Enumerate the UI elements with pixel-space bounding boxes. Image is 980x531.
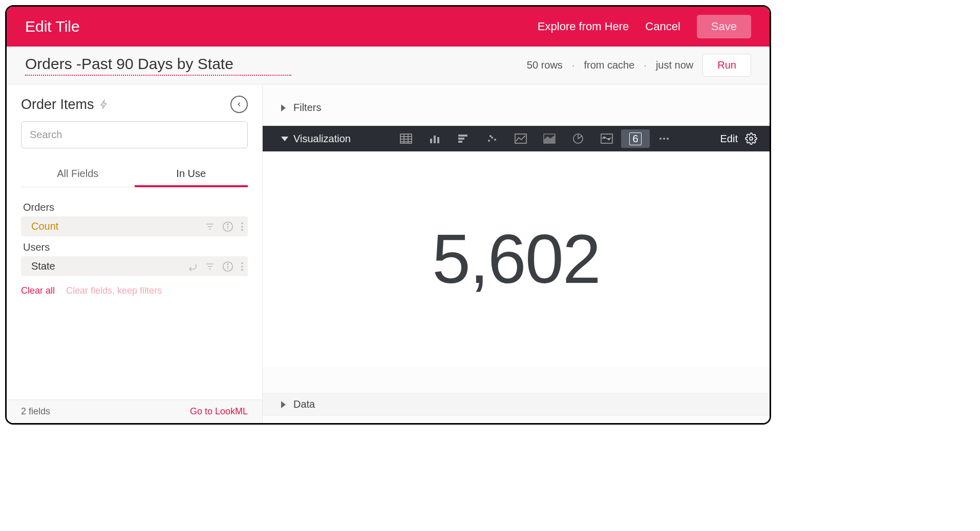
separator-dot: · (644, 59, 647, 71)
svg-point-39 (608, 139, 609, 140)
save-button[interactable]: Save (697, 15, 751, 38)
bolt-icon[interactable] (99, 98, 109, 111)
vis-edit-button[interactable]: Edit (720, 133, 738, 145)
svg-point-41 (663, 138, 665, 140)
tab-in-use[interactable]: In Use (135, 163, 248, 187)
pivot-icon[interactable] (187, 261, 198, 272)
fields-count: 2 fields (21, 406, 50, 417)
search-input[interactable] (21, 121, 248, 148)
field-name: State (31, 260, 187, 272)
vis-line-icon[interactable] (506, 129, 535, 148)
svg-point-14 (227, 263, 228, 264)
svg-point-40 (659, 138, 662, 140)
chevron-right-icon (281, 401, 286, 408)
last-run-time: just now (656, 59, 693, 71)
svg-point-8 (241, 229, 243, 231)
explore-from-here-link[interactable]: Explore from Here (538, 20, 629, 33)
tile-subheader: Orders -Past 90 Days by State 50 rows · … (7, 47, 770, 84)
edit-tile-modal: Edit Tile Explore from Here Cancel Save … (5, 5, 771, 425)
svg-rect-34 (515, 134, 526, 143)
filters-panel-header[interactable]: Filters (263, 97, 770, 119)
svg-point-6 (241, 222, 243, 224)
svg-rect-26 (437, 137, 439, 143)
vis-bar-icon[interactable] (449, 129, 478, 148)
field-row-count[interactable]: Count (21, 216, 248, 236)
explore-name: Order Items (21, 97, 94, 113)
field-picker-sidebar: Order Items All Fields In Use Order (7, 84, 263, 423)
field-row-state[interactable]: State (21, 256, 248, 276)
vis-table-icon[interactable] (392, 129, 420, 148)
svg-point-17 (241, 269, 243, 271)
data-panel-header[interactable]: Data (263, 393, 770, 416)
more-icon[interactable] (241, 261, 244, 272)
vis-area-icon[interactable] (535, 129, 564, 148)
svg-rect-24 (430, 139, 432, 143)
svg-rect-28 (458, 138, 464, 140)
field-groups: Orders Count (21, 196, 248, 400)
query-status: 50 rows · from cache · just now Run (527, 54, 751, 77)
cancel-button[interactable]: Cancel (645, 20, 680, 33)
svg-point-33 (489, 135, 492, 137)
filter-icon[interactable] (205, 261, 215, 272)
separator-dot: · (572, 59, 575, 71)
filter-icon[interactable] (205, 222, 215, 232)
filters-label: Filters (293, 102, 321, 114)
clear-row: Clear all Clear fields, keep filters (21, 285, 248, 296)
tile-title-input[interactable]: Orders -Past 90 Days by State (25, 55, 291, 76)
field-tabs: All Fields In Use (21, 163, 248, 187)
run-button[interactable]: Run (702, 54, 751, 77)
svg-point-7 (241, 226, 243, 228)
field-name: Count (31, 220, 205, 232)
more-icon[interactable] (241, 221, 244, 232)
svg-point-16 (241, 266, 243, 268)
header-actions: Explore from Here Cancel Save (538, 15, 751, 38)
sidebar-footer: 2 fields Go to LookML (7, 400, 262, 423)
chevron-right-icon (281, 104, 286, 112)
explore-header: Order Items (21, 96, 248, 113)
vis-scatter-icon[interactable] (478, 129, 506, 148)
clear-keep-filters-link[interactable]: Clear fields, keep filters (66, 285, 162, 296)
vis-column-icon[interactable] (420, 129, 449, 148)
svg-point-32 (494, 139, 496, 141)
row-count: 50 rows (527, 59, 563, 71)
svg-rect-27 (458, 135, 467, 137)
vis-pie-icon[interactable] (564, 129, 592, 148)
modal-title: Edit Tile (25, 18, 80, 35)
visualization-label: Visualization (293, 133, 351, 145)
vis-type-icons: 6 (392, 129, 678, 148)
data-label: Data (293, 399, 315, 410)
info-icon[interactable] (222, 261, 233, 272)
clear-all-link[interactable]: Clear all (21, 285, 55, 296)
modal-header: Edit Tile Explore from Here Cancel Save (7, 7, 770, 47)
svg-point-30 (488, 140, 490, 142)
svg-point-15 (241, 262, 243, 264)
gear-icon[interactable] (745, 132, 757, 145)
vis-map-icon[interactable] (592, 129, 621, 148)
svg-point-5 (227, 224, 228, 225)
vis-single-value-icon[interactable]: 6 (621, 129, 650, 148)
vis-more-icon[interactable] (650, 129, 678, 148)
visualization-canvas: 5,602 (263, 151, 770, 366)
group-label-users: Users (23, 241, 248, 253)
chevron-down-icon (281, 137, 288, 141)
svg-rect-25 (434, 136, 436, 143)
modal-body: Order Items All Fields In Use Order (7, 84, 770, 423)
tab-all-fields[interactable]: All Fields (21, 163, 135, 187)
svg-point-31 (491, 137, 493, 139)
cache-status: from cache (584, 59, 634, 71)
main-panel: Filters Visualization (263, 84, 770, 423)
go-to-lookml-link[interactable]: Go to LookML (190, 406, 248, 417)
visualization-panel-header[interactable]: Visualization (263, 126, 770, 151)
svg-point-38 (603, 137, 605, 139)
svg-point-43 (750, 137, 753, 140)
group-label-orders: Orders (23, 202, 248, 213)
collapse-sidebar-button[interactable] (230, 96, 248, 113)
svg-point-42 (667, 138, 669, 140)
info-icon[interactable] (222, 221, 233, 232)
svg-rect-29 (458, 141, 462, 143)
single-value-number: 5,602 (432, 219, 600, 299)
